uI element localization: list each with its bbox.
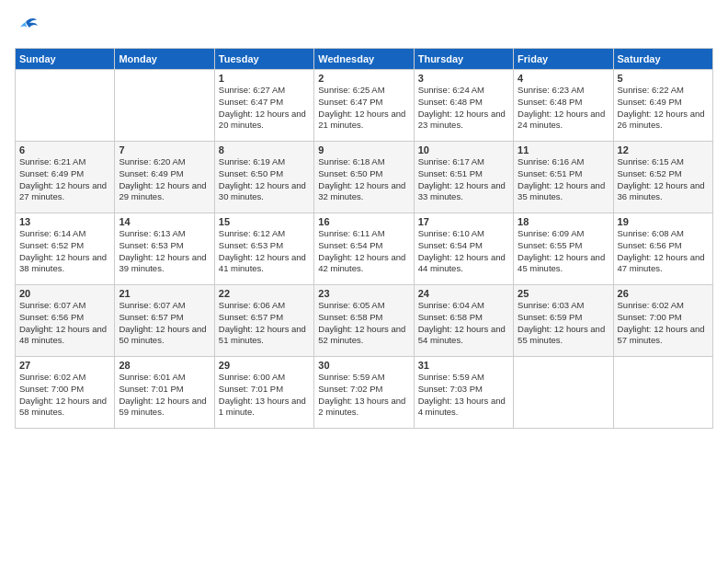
- day-cell: 9Sunrise: 6:18 AM Sunset: 6:50 PM Daylig…: [314, 142, 414, 213]
- day-cell: 8Sunrise: 6:19 AM Sunset: 6:50 PM Daylig…: [214, 142, 313, 213]
- day-number: 1: [219, 73, 310, 84]
- day-info: Sunrise: 6:20 AM Sunset: 6:49 PM Dayligh…: [119, 156, 210, 203]
- day-info: Sunrise: 6:06 AM Sunset: 6:57 PM Dayligh…: [219, 300, 310, 347]
- day-info: Sunrise: 6:17 AM Sunset: 6:51 PM Dayligh…: [418, 156, 509, 203]
- day-info: Sunrise: 6:18 AM Sunset: 6:50 PM Dayligh…: [318, 156, 409, 203]
- header-cell-tuesday: Tuesday: [214, 49, 313, 70]
- day-number: 30: [318, 360, 409, 371]
- day-cell: 1Sunrise: 6:27 AM Sunset: 6:47 PM Daylig…: [214, 70, 313, 142]
- day-cell: 7Sunrise: 6:20 AM Sunset: 6:49 PM Daylig…: [115, 142, 214, 213]
- day-cell: 10Sunrise: 6:17 AM Sunset: 6:51 PM Dayli…: [414, 142, 513, 213]
- day-cell: 26Sunrise: 6:02 AM Sunset: 7:00 PM Dayli…: [613, 285, 712, 357]
- day-cell: 29Sunrise: 6:00 AM Sunset: 7:01 PM Dayli…: [214, 357, 313, 429]
- header-cell-wednesday: Wednesday: [314, 49, 414, 70]
- day-cell: 20Sunrise: 6:07 AM Sunset: 6:56 PM Dayli…: [16, 285, 115, 357]
- day-cell: 6Sunrise: 6:21 AM Sunset: 6:49 PM Daylig…: [16, 142, 115, 213]
- day-number: 4: [518, 73, 609, 84]
- day-cell: 27Sunrise: 6:02 AM Sunset: 7:00 PM Dayli…: [16, 357, 115, 429]
- day-info: Sunrise: 6:07 AM Sunset: 6:57 PM Dayligh…: [119, 300, 210, 347]
- day-cell: 21Sunrise: 6:07 AM Sunset: 6:57 PM Dayli…: [115, 285, 214, 357]
- day-info: Sunrise: 6:08 AM Sunset: 6:56 PM Dayligh…: [618, 228, 709, 275]
- day-number: 3: [418, 73, 509, 84]
- day-number: 31: [418, 360, 509, 371]
- day-number: 15: [219, 216, 310, 227]
- week-row-2: 13Sunrise: 6:14 AM Sunset: 6:52 PM Dayli…: [16, 213, 713, 285]
- day-number: 22: [219, 288, 310, 299]
- day-number: 11: [518, 144, 609, 155]
- day-cell: [613, 357, 712, 429]
- day-cell: 13Sunrise: 6:14 AM Sunset: 6:52 PM Dayli…: [16, 213, 115, 285]
- day-info: Sunrise: 5:59 AM Sunset: 7:02 PM Dayligh…: [318, 372, 409, 419]
- day-number: 21: [119, 288, 210, 299]
- day-cell: [115, 70, 214, 142]
- day-cell: 14Sunrise: 6:13 AM Sunset: 6:53 PM Dayli…: [115, 213, 214, 285]
- day-info: Sunrise: 6:11 AM Sunset: 6:54 PM Dayligh…: [318, 228, 409, 275]
- day-info: Sunrise: 6:03 AM Sunset: 6:59 PM Dayligh…: [518, 300, 609, 347]
- page: SundayMondayTuesdayWednesdayThursdayFrid…: [0, 0, 728, 563]
- calendar-body: 1Sunrise: 6:27 AM Sunset: 6:47 PM Daylig…: [16, 70, 713, 429]
- day-number: 9: [318, 144, 409, 155]
- day-info: Sunrise: 6:15 AM Sunset: 6:52 PM Dayligh…: [618, 156, 709, 203]
- header-row: SundayMondayTuesdayWednesdayThursdayFrid…: [16, 49, 713, 70]
- day-info: Sunrise: 6:13 AM Sunset: 6:53 PM Dayligh…: [119, 228, 210, 275]
- day-cell: 16Sunrise: 6:11 AM Sunset: 6:54 PM Dayli…: [314, 213, 414, 285]
- day-number: 20: [19, 288, 110, 299]
- day-info: Sunrise: 6:14 AM Sunset: 6:52 PM Dayligh…: [19, 228, 110, 275]
- day-info: Sunrise: 6:19 AM Sunset: 6:50 PM Dayligh…: [219, 156, 310, 203]
- day-info: Sunrise: 6:09 AM Sunset: 6:55 PM Dayligh…: [518, 228, 609, 275]
- day-info: Sunrise: 6:21 AM Sunset: 6:49 PM Dayligh…: [19, 156, 110, 203]
- day-info: Sunrise: 6:23 AM Sunset: 6:48 PM Dayligh…: [518, 85, 609, 132]
- day-info: Sunrise: 6:01 AM Sunset: 7:01 PM Dayligh…: [119, 372, 210, 419]
- day-number: 12: [618, 144, 709, 155]
- day-number: 23: [318, 288, 409, 299]
- day-info: Sunrise: 6:05 AM Sunset: 6:58 PM Dayligh…: [318, 300, 409, 347]
- day-info: Sunrise: 6:02 AM Sunset: 7:00 PM Dayligh…: [618, 300, 709, 347]
- day-cell: 30Sunrise: 5:59 AM Sunset: 7:02 PM Dayli…: [314, 357, 414, 429]
- day-cell: 24Sunrise: 6:04 AM Sunset: 6:58 PM Dayli…: [414, 285, 513, 357]
- day-info: Sunrise: 6:24 AM Sunset: 6:48 PM Dayligh…: [418, 85, 509, 132]
- logo: [15, 15, 44, 40]
- day-number: 7: [119, 144, 210, 155]
- day-number: 6: [19, 144, 110, 155]
- day-info: Sunrise: 5:59 AM Sunset: 7:03 PM Dayligh…: [418, 372, 509, 419]
- day-info: Sunrise: 6:04 AM Sunset: 6:58 PM Dayligh…: [418, 300, 509, 347]
- day-info: Sunrise: 6:02 AM Sunset: 7:00 PM Dayligh…: [19, 372, 110, 419]
- day-cell: 15Sunrise: 6:12 AM Sunset: 6:53 PM Dayli…: [214, 213, 313, 285]
- day-cell: 12Sunrise: 6:15 AM Sunset: 6:52 PM Dayli…: [613, 142, 712, 213]
- day-cell: 23Sunrise: 6:05 AM Sunset: 6:58 PM Dayli…: [314, 285, 414, 357]
- week-row-1: 6Sunrise: 6:21 AM Sunset: 6:49 PM Daylig…: [16, 142, 713, 213]
- day-number: 24: [418, 288, 509, 299]
- day-cell: 19Sunrise: 6:08 AM Sunset: 6:56 PM Dayli…: [613, 213, 712, 285]
- day-info: Sunrise: 6:12 AM Sunset: 6:53 PM Dayligh…: [219, 228, 310, 275]
- day-info: Sunrise: 6:07 AM Sunset: 6:56 PM Dayligh…: [19, 300, 110, 347]
- header-cell-sunday: Sunday: [16, 49, 115, 70]
- day-number: 29: [219, 360, 310, 371]
- day-number: 19: [618, 216, 709, 227]
- day-cell: 22Sunrise: 6:06 AM Sunset: 6:57 PM Dayli…: [214, 285, 313, 357]
- day-number: 14: [119, 216, 210, 227]
- day-cell: 4Sunrise: 6:23 AM Sunset: 6:48 PM Daylig…: [514, 70, 613, 142]
- day-number: 25: [518, 288, 609, 299]
- day-info: Sunrise: 6:00 AM Sunset: 7:01 PM Dayligh…: [219, 372, 310, 419]
- day-info: Sunrise: 6:16 AM Sunset: 6:51 PM Dayligh…: [518, 156, 609, 203]
- day-number: 10: [418, 144, 509, 155]
- calendar-table: SundayMondayTuesdayWednesdayThursdayFrid…: [15, 48, 713, 429]
- header: [15, 15, 713, 40]
- day-number: 16: [318, 216, 409, 227]
- header-cell-saturday: Saturday: [613, 49, 712, 70]
- header-cell-friday: Friday: [514, 49, 613, 70]
- week-row-0: 1Sunrise: 6:27 AM Sunset: 6:47 PM Daylig…: [16, 70, 713, 142]
- day-info: Sunrise: 6:25 AM Sunset: 6:47 PM Dayligh…: [318, 85, 409, 132]
- header-cell-thursday: Thursday: [414, 49, 513, 70]
- day-cell: 2Sunrise: 6:25 AM Sunset: 6:47 PM Daylig…: [314, 70, 414, 142]
- day-number: 2: [318, 73, 409, 84]
- day-cell: 3Sunrise: 6:24 AM Sunset: 6:48 PM Daylig…: [414, 70, 513, 142]
- day-number: 18: [518, 216, 609, 227]
- day-info: Sunrise: 6:22 AM Sunset: 6:49 PM Dayligh…: [618, 85, 709, 132]
- day-cell: 28Sunrise: 6:01 AM Sunset: 7:01 PM Dayli…: [115, 357, 214, 429]
- calendar-header: SundayMondayTuesdayWednesdayThursdayFrid…: [16, 49, 713, 70]
- week-row-3: 20Sunrise: 6:07 AM Sunset: 6:56 PM Dayli…: [16, 285, 713, 357]
- week-row-4: 27Sunrise: 6:02 AM Sunset: 7:00 PM Dayli…: [16, 357, 713, 429]
- logo-bird-icon: [15, 15, 40, 40]
- day-cell: 5Sunrise: 6:22 AM Sunset: 6:49 PM Daylig…: [613, 70, 712, 142]
